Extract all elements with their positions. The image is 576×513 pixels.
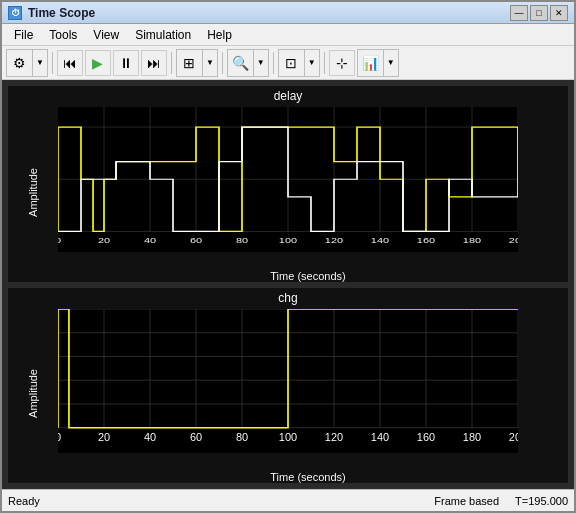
- menu-file[interactable]: File: [6, 26, 41, 44]
- sep5: [324, 52, 325, 74]
- app-icon: ⏱: [8, 6, 22, 20]
- svg-text:80: 80: [236, 431, 248, 443]
- pause-button[interactable]: ⏸: [113, 50, 139, 76]
- chart1-plot[interactable]: 0 5 10 0 20 40 60 80 100 120 140 160 180: [58, 107, 518, 252]
- settings-dropdown[interactable]: ▼: [33, 50, 47, 76]
- settings-group: ⚙ ▼: [6, 49, 48, 77]
- sep2: [171, 52, 172, 74]
- scale-button[interactable]: ⊡: [279, 50, 305, 76]
- stop-button[interactable]: ⏭: [141, 50, 167, 76]
- chart1-xlabel: Time (seconds): [270, 270, 345, 282]
- maximize-button[interactable]: □: [530, 5, 548, 21]
- zoom-dropdown[interactable]: ▼: [254, 50, 268, 76]
- chart1-ylabel-area: Amplitude: [8, 103, 58, 282]
- chart2-container: chg Amplitude: [8, 288, 568, 484]
- settings-button[interactable]: ⚙: [7, 50, 33, 76]
- measure-dropdown[interactable]: ▼: [384, 50, 398, 76]
- chart2-plot[interactable]: 0 0.2 0.4 0.6 0.8 1 0 20 40 60 80 100 12…: [58, 309, 518, 454]
- scale-group: ⊡ ▼: [278, 49, 320, 77]
- plot-area: delay Amplitude: [2, 80, 574, 489]
- svg-text:0: 0: [58, 431, 61, 443]
- svg-text:40: 40: [144, 236, 156, 245]
- svg-text:60: 60: [190, 431, 202, 443]
- chart1-inner: Amplitude: [8, 103, 568, 282]
- chart1-ylabel: Amplitude: [27, 168, 39, 217]
- svg-text:80: 80: [236, 236, 248, 245]
- svg-text:100: 100: [279, 236, 297, 245]
- measure-group: 📊 ▼: [357, 49, 399, 77]
- window-title: Time Scope: [28, 6, 510, 20]
- chart2-inner: Amplitude: [8, 305, 568, 484]
- svg-text:200: 200: [509, 236, 518, 245]
- svg-text:20: 20: [98, 236, 110, 245]
- svg-text:180: 180: [463, 236, 481, 245]
- chart1-xlabel-area: Time (seconds): [58, 252, 558, 282]
- svg-text:0: 0: [58, 236, 61, 245]
- title-bar: ⏱ Time Scope — □ ✕: [2, 2, 574, 24]
- menu-tools[interactable]: Tools: [41, 26, 85, 44]
- menu-help[interactable]: Help: [199, 26, 240, 44]
- zoom-group: 🔍 ▼: [227, 49, 269, 77]
- play-button[interactable]: ▶: [85, 50, 111, 76]
- chart1-container: delay Amplitude: [8, 86, 568, 282]
- sep4: [273, 52, 274, 74]
- sep3: [222, 52, 223, 74]
- menu-view[interactable]: View: [85, 26, 127, 44]
- time-value: T=195.000: [515, 495, 568, 507]
- menu-bar: File Tools View Simulation Help: [2, 24, 574, 46]
- svg-text:60: 60: [190, 236, 202, 245]
- svg-text:180: 180: [463, 431, 481, 443]
- svg-text:120: 120: [325, 431, 343, 443]
- svg-text:100: 100: [279, 431, 297, 443]
- rewind-button[interactable]: ⏮: [57, 50, 83, 76]
- chart2-ylabel-area: Amplitude: [8, 305, 58, 484]
- chart2-svg: 0 0.2 0.4 0.6 0.8 1 0 20 40 60 80 100 12…: [58, 309, 518, 454]
- toolbar: ⚙ ▼ ⏮ ▶ ⏸ ⏭ ⊞ ▼ 🔍 ▼ ⊡ ▼ ⊹ 📊 ▼: [2, 46, 574, 80]
- measure-button[interactable]: 📊: [358, 50, 384, 76]
- status-bar: Ready Frame based T=195.000: [2, 489, 574, 511]
- chart2-title: chg: [8, 288, 568, 305]
- svg-text:140: 140: [371, 431, 389, 443]
- status-right: Frame based T=195.000: [434, 495, 568, 507]
- layout-dropdown[interactable]: ▼: [203, 50, 217, 76]
- layout-group: ⊞ ▼: [176, 49, 218, 77]
- title-controls[interactable]: — □ ✕: [510, 5, 568, 21]
- chart2-xlabel: Time (seconds): [270, 471, 345, 483]
- chart2-xlabel-area: Time (seconds): [58, 453, 558, 483]
- main-window: ⏱ Time Scope — □ ✕ File Tools View Simul…: [0, 0, 576, 513]
- svg-text:200: 200: [509, 431, 518, 443]
- zoom-button[interactable]: 🔍: [228, 50, 254, 76]
- status-ready: Ready: [8, 495, 434, 507]
- close-button[interactable]: ✕: [550, 5, 568, 21]
- svg-text:40: 40: [144, 431, 156, 443]
- scale-dropdown[interactable]: ▼: [305, 50, 319, 76]
- chart1-title: delay: [8, 86, 568, 103]
- svg-text:160: 160: [417, 236, 435, 245]
- chart1-svg: 0 5 10 0 20 40 60 80 100 120 140 160 180: [58, 107, 518, 252]
- layout-button[interactable]: ⊞: [177, 50, 203, 76]
- minimize-button[interactable]: —: [510, 5, 528, 21]
- sep1: [52, 52, 53, 74]
- svg-text:160: 160: [417, 431, 435, 443]
- svg-text:140: 140: [371, 236, 389, 245]
- menu-simulation[interactable]: Simulation: [127, 26, 199, 44]
- cursor-button[interactable]: ⊹: [329, 50, 355, 76]
- chart2-ylabel: Amplitude: [27, 369, 39, 418]
- svg-text:20: 20: [98, 431, 110, 443]
- svg-text:120: 120: [325, 236, 343, 245]
- frame-based-label: Frame based: [434, 495, 499, 507]
